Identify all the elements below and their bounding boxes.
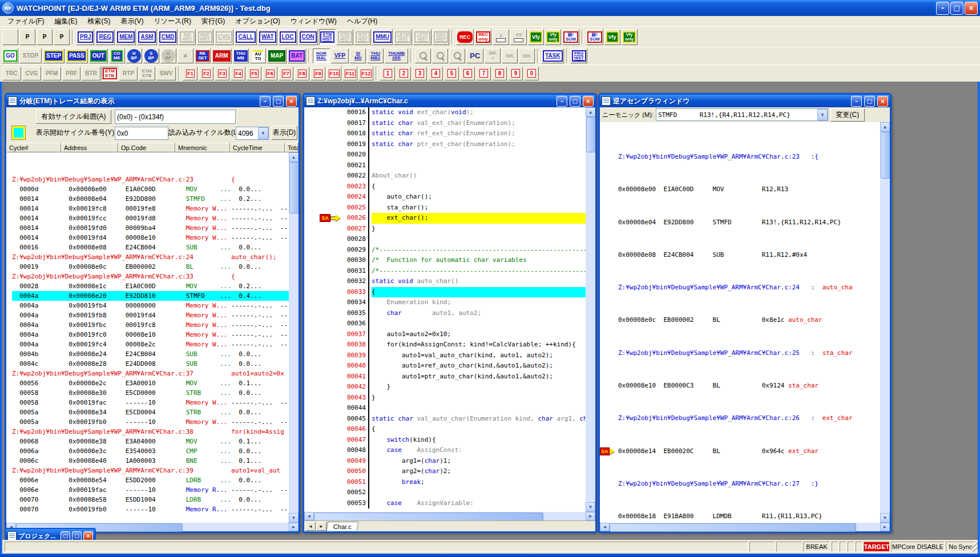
trace-row[interactable]: 0004a 0x00019fb8 00019fd4 Memory W... --…	[12, 310, 289, 320]
mem-button[interactable]: MEM	[116, 29, 136, 45]
etb-hist-button[interactable]: ETB HIST	[337, 29, 353, 45]
swv-button[interactable]: SWV	[156, 67, 176, 80]
project-restore-button[interactable]: □	[61, 531, 70, 540]
code-line[interactable]: SA 00051 break;	[304, 477, 586, 488]
menu-resource[interactable]: リソース(R)	[148, 17, 196, 26]
close-button[interactable]: ×	[965, 2, 978, 15]
code-line[interactable]: SA 00042 }	[304, 382, 586, 393]
trace-row[interactable]: Z:¥wp2obj¥bin¥Debug¥Sample¥WP_ARM¥ArmC¥C…	[12, 369, 289, 378]
menu-file[interactable]: ファイル(F)	[2, 17, 49, 26]
other-bp-button[interactable]: O BP	[160, 49, 176, 63]
trace-row[interactable]: 00019 0x00008e0c EB000002 BL ... 0.0...	[12, 262, 289, 272]
disasm-row[interactable]: SA 0x00008e00 E1A0C00D MOV R12,R13	[600, 184, 880, 195]
scroll-up-icon[interactable]: ▲	[586, 107, 595, 117]
con-button[interactable]: CON	[299, 29, 318, 45]
code-line[interactable]: SA 00044	[304, 403, 586, 414]
reset-button[interactable]: RE SET	[195, 49, 211, 63]
stop-button[interactable]: STOP	[19, 49, 42, 63]
loc-button[interactable]: LOC	[279, 29, 297, 45]
f7-button[interactable]: F7	[279, 67, 293, 80]
pc-button[interactable]: PC	[466, 49, 483, 63]
rec-only-button[interactable]: REC only	[475, 29, 491, 45]
watch-magnifier-point-button[interactable]	[449, 49, 465, 63]
scroll-down-icon[interactable]: ▼	[586, 502, 595, 512]
column-header-cycletime[interactable]: CycleTime	[230, 143, 285, 152]
f10-button[interactable]: F10	[326, 67, 341, 80]
mne-hist-button[interactable]: MNE HIST	[197, 29, 213, 45]
code-line[interactable]: SA 00032 static void auto_char()	[304, 276, 586, 287]
column-header-opcode[interactable]: Op.Code	[118, 143, 175, 152]
digit-5-button[interactable]: 5	[444, 67, 459, 80]
trace-row[interactable]: 00014 0x00019fd4 00008e10 Memory W... --…	[12, 233, 289, 243]
trace-row[interactable]: 0004a 0x00008e20 E92DD810 STMFD ... 0.4.…	[12, 291, 289, 301]
f8-button[interactable]: F8	[295, 67, 309, 80]
disasm-minimize-button[interactable]: –	[851, 96, 862, 107]
code-line[interactable]: SA 00036	[304, 318, 586, 329]
trace-row[interactable]: 0006e 0x00008e54 E5DD2000 LDRB ... 0.0..…	[12, 475, 289, 485]
disasm-row[interactable]: SA 0x00008e04 E92DD800 STMFD R13!,{R11,R…	[600, 217, 880, 228]
trace-row[interactable]: 00070 0x00008e58 E5DD1004 LDRB ... 0.0..…	[12, 495, 289, 504]
trace-row[interactable]: 0006a 0x00008e3c E3540003 CMP ... 0.0...	[12, 446, 289, 456]
trace-row[interactable]: Z:¥wp2obj¥bin¥Debug¥Sample¥WP_ARM¥ArmC¥C…	[12, 175, 289, 184]
f3-button[interactable]: F3	[215, 67, 229, 80]
code-line[interactable]: SA 00018 static char ref_ext_char(Enumer…	[304, 128, 586, 139]
code-line[interactable]: SA 00023 {	[304, 181, 586, 192]
menu-search[interactable]: 検索(S)	[82, 17, 115, 26]
map-button[interactable]: MAP	[267, 49, 287, 63]
asm-button[interactable]: ASM	[137, 29, 156, 45]
scroll-thumb[interactable]	[314, 512, 543, 521]
code-line[interactable]: SA 00026 ext_char();	[304, 213, 586, 224]
trace-row[interactable]: 0005a 0x00019fb0 ------10 Memory W... --…	[12, 417, 289, 427]
code-line[interactable]: SA 00028	[304, 234, 586, 245]
digit-8-button[interactable]: 8	[492, 67, 507, 80]
disasm-horizontal-scrollbar[interactable]: ◄ ►	[600, 523, 890, 531]
cvg-button[interactable]: CVG	[215, 29, 234, 45]
disasm-row[interactable]: SA Z:¥wp2obj¥bin¥Debug¥Sample¥WP_ARM¥Arm…	[600, 282, 880, 293]
mmu-button[interactable]: MMU	[372, 29, 393, 45]
digit-0-button[interactable]: 0	[524, 67, 539, 80]
tab-scroll-left-icon[interactable]: ◄	[305, 522, 316, 531]
code-line[interactable]: SA 00021	[304, 160, 586, 171]
trace-minimize-button[interactable]: –	[260, 96, 271, 107]
trace-row[interactable]: 00014 0x00019fc8 00019fe8 Memory W... --…	[12, 204, 289, 213]
highlight-color-swatch[interactable]	[12, 126, 25, 139]
column-header-mnemonic[interactable]: Mnemonic	[175, 143, 230, 152]
column-header-cycle[interactable]: Cycle#	[6, 143, 61, 152]
prf-button[interactable]: PRF	[62, 67, 80, 80]
code-line[interactable]: SA 00020	[304, 150, 586, 160]
disasm-row[interactable]: SA 0x00008e14 EB00020C BL 0x964c ext_cha…	[600, 446, 880, 457]
source-vertical-scrollbar[interactable]: ▲ ▼	[586, 107, 595, 512]
project-close-button[interactable]: ×	[83, 531, 93, 540]
trace-vertical-scrollbar[interactable]: ▲ ▼	[289, 152, 299, 523]
rtp-hist-button[interactable]: RTP HIST	[354, 29, 371, 45]
scroll-right-icon[interactable]: ►	[880, 523, 890, 531]
trace-row[interactable]: 00028 0x00008e1c E1A0C00D MOV ... 0.2...	[12, 281, 289, 291]
rtp-button[interactable]: RTP	[119, 67, 138, 80]
trace-row[interactable]: 0004a 0x00019fc4 00008e2c Memory W... --…	[12, 340, 289, 349]
code-line[interactable]: SA 00030 /* Function for automatic char …	[304, 255, 586, 266]
out-button[interactable]: OUT	[89, 49, 108, 63]
pfm-button[interactable]: PFM	[42, 67, 61, 80]
read-cycle-count-select[interactable]: 4096 ▼	[236, 127, 269, 140]
source-minimize-button[interactable]: –	[556, 96, 567, 107]
watch-magnifier-button[interactable]	[415, 49, 431, 63]
bin-hist-button[interactable]: BIN HIST	[179, 29, 195, 45]
source-maximize-button[interactable]: □	[570, 96, 580, 107]
auto-mode-button[interactable]: AU TO	[250, 49, 266, 63]
arm-mode-button[interactable]: ARM	[212, 49, 232, 63]
code-line[interactable]: SA 00027 }	[304, 224, 586, 235]
f6-button[interactable]: F6	[263, 67, 277, 80]
prg-hist-button[interactable]: PRG HIST	[571, 49, 587, 63]
scroll-down-icon[interactable]: ▼	[289, 513, 299, 523]
start-cycle-input[interactable]: 0x0	[115, 127, 168, 140]
code-line[interactable]: SA 00049 arg1=(char)1;	[304, 456, 586, 467]
download-button[interactable]: ↓	[493, 29, 509, 45]
trace-maximize-button[interactable]: □	[273, 96, 284, 107]
hardware-bp-button[interactable]: H BP	[126, 49, 142, 63]
scroll-thumb[interactable]	[289, 162, 299, 213]
verify-button[interactable]: Vfy	[528, 29, 544, 45]
open-file-button[interactable]	[2, 29, 18, 45]
software-bp-button[interactable]: S BP	[143, 49, 159, 63]
trace-row[interactable]: Z:¥wp2obj¥bin¥Debug¥Sample¥WP_ARM¥ArmC¥C…	[12, 252, 289, 262]
sum2-button[interactable]: ▤! SUM	[586, 29, 603, 45]
